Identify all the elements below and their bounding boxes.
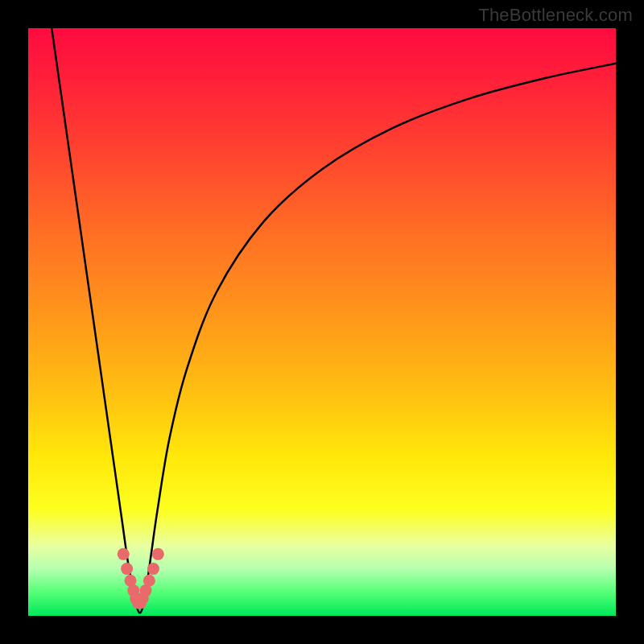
bottleneck-curve (52, 28, 616, 613)
watermark-text: TheBottleneck.com (478, 5, 633, 26)
valley-marker (152, 548, 164, 560)
valley-marker (121, 563, 133, 575)
plot-area (28, 28, 616, 616)
valley-marker (143, 575, 155, 587)
valley-marker (147, 563, 159, 575)
valley-marker (118, 548, 130, 560)
chart-frame: TheBottleneck.com (0, 0, 644, 644)
valley-markers (118, 548, 164, 609)
curve-layer (28, 28, 616, 616)
